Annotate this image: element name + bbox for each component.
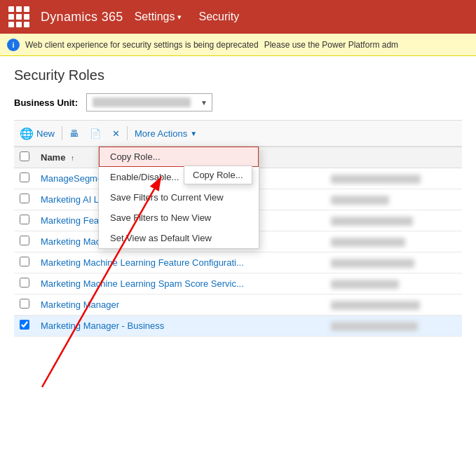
- email-button[interactable]: 📄: [84, 123, 107, 143]
- row-checkbox[interactable]: [20, 257, 29, 266]
- row-checkbox[interactable]: [20, 215, 29, 224]
- set-view-default-label: Set View as Default View: [110, 233, 212, 243]
- row-checkbox[interactable]: [20, 320, 29, 330]
- row-checkbox[interactable]: [20, 194, 29, 203]
- toolbar-separator-1: [62, 126, 62, 140]
- business-unit-select[interactable]: ▼: [86, 93, 212, 111]
- save-filters-current-label: Save Filters to Current View: [110, 192, 224, 203]
- row-value-cell: [325, 168, 462, 189]
- row-checkbox[interactable]: [20, 172, 29, 182]
- row-name-cell[interactable]: Marketing Machine Learning Spam Score Se…: [35, 273, 325, 295]
- row-checkbox-cell: [14, 210, 35, 231]
- email-icon: 📄: [90, 128, 101, 139]
- table-row: Marketing Machine Learning Spam Score Se…: [14, 273, 462, 295]
- new-button[interactable]: 🌐 New: [14, 123, 60, 143]
- row-checkbox-cell: [14, 231, 35, 252]
- globe-icon: 🌐: [20, 127, 34, 140]
- row-name-cell[interactable]: Marketing Manager: [35, 295, 325, 316]
- row-value-cell: [325, 252, 462, 273]
- row-value-cell: [325, 189, 462, 210]
- save-filters-new-label: Save Filters to New View: [110, 212, 211, 223]
- row-value-cell: [325, 210, 462, 231]
- save-filters-current-menu-item[interactable]: Save Filters to Current View: [99, 187, 259, 208]
- settings-label: Settings: [135, 11, 175, 23]
- settings-nav[interactable]: Settings ▾: [135, 11, 182, 23]
- business-unit-value: [93, 97, 191, 107]
- print-icon: 🖶: [69, 128, 79, 139]
- toolbar: 🌐 New 🖶 📄 ✕ More Actions ▼ Copy Role... …: [14, 120, 462, 147]
- row-name-cell[interactable]: Marketing Manager - Business: [35, 316, 325, 337]
- delete-button[interactable]: ✕: [107, 123, 125, 143]
- row-checkbox[interactable]: [20, 299, 29, 309]
- row-value-cell: [325, 316, 462, 337]
- row-checkbox-cell: [14, 273, 35, 295]
- row-checkbox-cell: [14, 168, 35, 189]
- more-actions-label: More Actions: [135, 128, 187, 139]
- waffle-icon[interactable]: [8, 6, 29, 27]
- toolbar-separator-2: [127, 126, 128, 140]
- print-button[interactable]: 🖶: [64, 123, 84, 143]
- row-value-cell: [325, 273, 462, 295]
- new-label: New: [36, 128, 55, 139]
- row-checkbox-cell: [14, 252, 35, 273]
- row-name-cell[interactable]: Marketing Machine Learning Feature Confi…: [35, 252, 325, 273]
- business-unit-row: Business Unit: ▼: [14, 93, 462, 111]
- more-actions-button[interactable]: More Actions ▼: [129, 123, 203, 143]
- table-row: Marketing Manager: [14, 295, 462, 316]
- business-unit-chevron-icon: ▼: [200, 99, 208, 107]
- name-column-label: Name: [41, 152, 65, 163]
- copy-role-tooltip: Copy Role...: [184, 165, 252, 184]
- page-content: Security Roles Business Unit: ▼ 🌐 New 🖶 …: [0, 56, 476, 337]
- row-value-cell: [325, 231, 462, 252]
- top-nav: Dynamics 365 Settings ▾ Security: [0, 0, 476, 34]
- page-title: Security Roles: [14, 67, 462, 83]
- set-view-default-menu-item[interactable]: Set View as Default View: [99, 228, 259, 248]
- row-value-cell: [325, 295, 462, 316]
- info-icon: i: [7, 39, 20, 51]
- info-continuation: Please use the Power Platform adm: [264, 40, 398, 50]
- row-checkbox-cell: [14, 316, 35, 337]
- info-bar: i Web client experience for security set…: [0, 34, 476, 56]
- value-column-header: [325, 147, 462, 168]
- delete-icon: ✕: [112, 128, 120, 139]
- save-filters-new-menu-item[interactable]: Save Filters to New View: [99, 208, 259, 228]
- row-checkbox[interactable]: [20, 278, 29, 288]
- select-all-checkbox[interactable]: [20, 151, 29, 161]
- table-row: Marketing Machine Learning Feature Confi…: [14, 252, 462, 273]
- business-unit-label: Business Unit:: [14, 97, 78, 108]
- copy-role-label: Copy Role...: [110, 151, 161, 162]
- copy-role-tooltip-label: Copy Role...: [193, 170, 243, 180]
- row-checkbox-cell: [14, 189, 35, 210]
- row-checkbox-cell: [14, 295, 35, 316]
- table-row: Marketing Manager - Business: [14, 316, 462, 337]
- more-actions-dropdown: Copy Role... Enable/Disable... Save Filt…: [98, 146, 259, 249]
- copy-role-menu-item[interactable]: Copy Role...: [99, 147, 259, 167]
- info-message: Web client experience for security setti…: [25, 40, 259, 50]
- row-checkbox[interactable]: [20, 236, 29, 245]
- select-all-header: [14, 147, 35, 168]
- security-nav-label: Security: [198, 11, 239, 23]
- sort-arrow-icon: ↑: [71, 154, 74, 162]
- app-name: Dynamics 365: [41, 10, 123, 25]
- enable-disable-label: Enable/Disable...: [110, 172, 179, 182]
- more-actions-chevron-icon: ▼: [190, 130, 197, 137]
- settings-chevron-icon: ▾: [177, 13, 182, 22]
